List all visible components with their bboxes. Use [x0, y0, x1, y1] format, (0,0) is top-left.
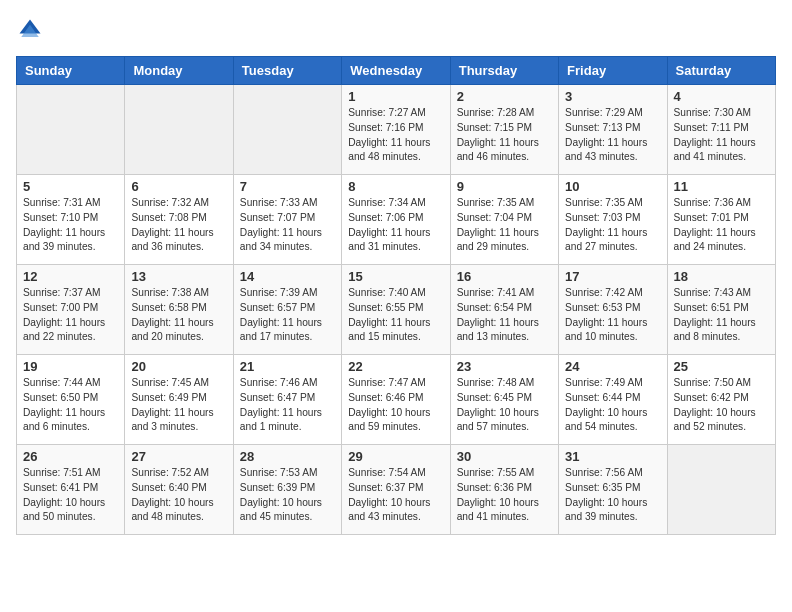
day-info: Sunrise: 7:36 AM Sunset: 7:01 PM Dayligh… — [674, 196, 769, 255]
day-info: Sunrise: 7:53 AM Sunset: 6:39 PM Dayligh… — [240, 466, 335, 525]
day-info: Sunrise: 7:32 AM Sunset: 7:08 PM Dayligh… — [131, 196, 226, 255]
day-info: Sunrise: 7:54 AM Sunset: 6:37 PM Dayligh… — [348, 466, 443, 525]
calendar-cell: 21Sunrise: 7:46 AM Sunset: 6:47 PM Dayli… — [233, 355, 341, 445]
day-info: Sunrise: 7:45 AM Sunset: 6:49 PM Dayligh… — [131, 376, 226, 435]
day-of-week-header: Tuesday — [233, 57, 341, 85]
day-number: 25 — [674, 359, 769, 374]
calendar-cell: 11Sunrise: 7:36 AM Sunset: 7:01 PM Dayli… — [667, 175, 775, 265]
day-number: 11 — [674, 179, 769, 194]
day-info: Sunrise: 7:48 AM Sunset: 6:45 PM Dayligh… — [457, 376, 552, 435]
day-info: Sunrise: 7:31 AM Sunset: 7:10 PM Dayligh… — [23, 196, 118, 255]
day-info: Sunrise: 7:46 AM Sunset: 6:47 PM Dayligh… — [240, 376, 335, 435]
calendar-cell: 25Sunrise: 7:50 AM Sunset: 6:42 PM Dayli… — [667, 355, 775, 445]
calendar-cell: 16Sunrise: 7:41 AM Sunset: 6:54 PM Dayli… — [450, 265, 558, 355]
logo — [16, 16, 48, 44]
day-number: 18 — [674, 269, 769, 284]
calendar-cell: 14Sunrise: 7:39 AM Sunset: 6:57 PM Dayli… — [233, 265, 341, 355]
calendar-cell: 22Sunrise: 7:47 AM Sunset: 6:46 PM Dayli… — [342, 355, 450, 445]
calendar-cell: 19Sunrise: 7:44 AM Sunset: 6:50 PM Dayli… — [17, 355, 125, 445]
calendar-cell: 4Sunrise: 7:30 AM Sunset: 7:11 PM Daylig… — [667, 85, 775, 175]
day-info: Sunrise: 7:47 AM Sunset: 6:46 PM Dayligh… — [348, 376, 443, 435]
day-info: Sunrise: 7:38 AM Sunset: 6:58 PM Dayligh… — [131, 286, 226, 345]
calendar-cell: 12Sunrise: 7:37 AM Sunset: 7:00 PM Dayli… — [17, 265, 125, 355]
day-of-week-header: Monday — [125, 57, 233, 85]
day-number: 30 — [457, 449, 552, 464]
day-info: Sunrise: 7:35 AM Sunset: 7:04 PM Dayligh… — [457, 196, 552, 255]
day-of-week-header: Friday — [559, 57, 667, 85]
day-of-week-header: Thursday — [450, 57, 558, 85]
day-number: 12 — [23, 269, 118, 284]
day-number: 27 — [131, 449, 226, 464]
calendar-cell: 7Sunrise: 7:33 AM Sunset: 7:07 PM Daylig… — [233, 175, 341, 265]
day-number: 2 — [457, 89, 552, 104]
calendar-week-row: 19Sunrise: 7:44 AM Sunset: 6:50 PM Dayli… — [17, 355, 776, 445]
day-number: 7 — [240, 179, 335, 194]
calendar-cell — [233, 85, 341, 175]
day-info: Sunrise: 7:56 AM Sunset: 6:35 PM Dayligh… — [565, 466, 660, 525]
calendar-cell: 24Sunrise: 7:49 AM Sunset: 6:44 PM Dayli… — [559, 355, 667, 445]
day-number: 8 — [348, 179, 443, 194]
calendar-cell: 23Sunrise: 7:48 AM Sunset: 6:45 PM Dayli… — [450, 355, 558, 445]
day-info: Sunrise: 7:28 AM Sunset: 7:15 PM Dayligh… — [457, 106, 552, 165]
calendar-cell: 31Sunrise: 7:56 AM Sunset: 6:35 PM Dayli… — [559, 445, 667, 535]
calendar-cell: 17Sunrise: 7:42 AM Sunset: 6:53 PM Dayli… — [559, 265, 667, 355]
day-number: 22 — [348, 359, 443, 374]
day-info: Sunrise: 7:34 AM Sunset: 7:06 PM Dayligh… — [348, 196, 443, 255]
calendar-cell: 6Sunrise: 7:32 AM Sunset: 7:08 PM Daylig… — [125, 175, 233, 265]
day-info: Sunrise: 7:27 AM Sunset: 7:16 PM Dayligh… — [348, 106, 443, 165]
day-info: Sunrise: 7:30 AM Sunset: 7:11 PM Dayligh… — [674, 106, 769, 165]
day-info: Sunrise: 7:29 AM Sunset: 7:13 PM Dayligh… — [565, 106, 660, 165]
day-of-week-header: Wednesday — [342, 57, 450, 85]
calendar-cell: 5Sunrise: 7:31 AM Sunset: 7:10 PM Daylig… — [17, 175, 125, 265]
day-number: 28 — [240, 449, 335, 464]
day-info: Sunrise: 7:52 AM Sunset: 6:40 PM Dayligh… — [131, 466, 226, 525]
day-number: 20 — [131, 359, 226, 374]
day-number: 6 — [131, 179, 226, 194]
day-number: 24 — [565, 359, 660, 374]
day-number: 29 — [348, 449, 443, 464]
day-number: 23 — [457, 359, 552, 374]
calendar-week-row: 5Sunrise: 7:31 AM Sunset: 7:10 PM Daylig… — [17, 175, 776, 265]
day-number: 10 — [565, 179, 660, 194]
calendar-cell: 26Sunrise: 7:51 AM Sunset: 6:41 PM Dayli… — [17, 445, 125, 535]
day-info: Sunrise: 7:35 AM Sunset: 7:03 PM Dayligh… — [565, 196, 660, 255]
calendar-cell: 15Sunrise: 7:40 AM Sunset: 6:55 PM Dayli… — [342, 265, 450, 355]
day-info: Sunrise: 7:55 AM Sunset: 6:36 PM Dayligh… — [457, 466, 552, 525]
day-number: 1 — [348, 89, 443, 104]
calendar-cell: 9Sunrise: 7:35 AM Sunset: 7:04 PM Daylig… — [450, 175, 558, 265]
calendar-cell: 3Sunrise: 7:29 AM Sunset: 7:13 PM Daylig… — [559, 85, 667, 175]
calendar-cell: 18Sunrise: 7:43 AM Sunset: 6:51 PM Dayli… — [667, 265, 775, 355]
logo-icon — [16, 16, 44, 44]
day-number: 31 — [565, 449, 660, 464]
day-info: Sunrise: 7:37 AM Sunset: 7:00 PM Dayligh… — [23, 286, 118, 345]
day-info: Sunrise: 7:39 AM Sunset: 6:57 PM Dayligh… — [240, 286, 335, 345]
day-of-week-header: Sunday — [17, 57, 125, 85]
day-of-week-header: Saturday — [667, 57, 775, 85]
day-info: Sunrise: 7:41 AM Sunset: 6:54 PM Dayligh… — [457, 286, 552, 345]
day-info: Sunrise: 7:33 AM Sunset: 7:07 PM Dayligh… — [240, 196, 335, 255]
calendar-cell: 29Sunrise: 7:54 AM Sunset: 6:37 PM Dayli… — [342, 445, 450, 535]
day-number: 14 — [240, 269, 335, 284]
day-info: Sunrise: 7:44 AM Sunset: 6:50 PM Dayligh… — [23, 376, 118, 435]
day-number: 9 — [457, 179, 552, 194]
page-header — [16, 16, 776, 44]
calendar-cell — [17, 85, 125, 175]
day-number: 13 — [131, 269, 226, 284]
day-info: Sunrise: 7:50 AM Sunset: 6:42 PM Dayligh… — [674, 376, 769, 435]
calendar-cell: 28Sunrise: 7:53 AM Sunset: 6:39 PM Dayli… — [233, 445, 341, 535]
day-number: 26 — [23, 449, 118, 464]
day-info: Sunrise: 7:42 AM Sunset: 6:53 PM Dayligh… — [565, 286, 660, 345]
calendar-cell: 27Sunrise: 7:52 AM Sunset: 6:40 PM Dayli… — [125, 445, 233, 535]
day-number: 21 — [240, 359, 335, 374]
calendar-cell — [667, 445, 775, 535]
calendar-cell: 10Sunrise: 7:35 AM Sunset: 7:03 PM Dayli… — [559, 175, 667, 265]
calendar-cell: 20Sunrise: 7:45 AM Sunset: 6:49 PM Dayli… — [125, 355, 233, 445]
day-number: 4 — [674, 89, 769, 104]
day-number: 19 — [23, 359, 118, 374]
day-number: 17 — [565, 269, 660, 284]
day-info: Sunrise: 7:43 AM Sunset: 6:51 PM Dayligh… — [674, 286, 769, 345]
calendar-cell: 13Sunrise: 7:38 AM Sunset: 6:58 PM Dayli… — [125, 265, 233, 355]
day-info: Sunrise: 7:51 AM Sunset: 6:41 PM Dayligh… — [23, 466, 118, 525]
calendar-week-row: 26Sunrise: 7:51 AM Sunset: 6:41 PM Dayli… — [17, 445, 776, 535]
day-number: 15 — [348, 269, 443, 284]
